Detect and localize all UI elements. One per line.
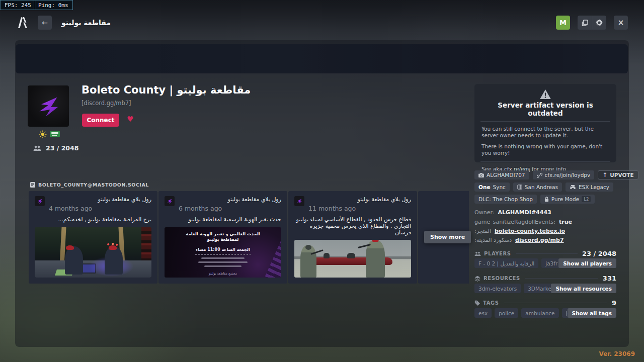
page-title: مقاطعة بوليتو <box>61 19 111 27</box>
account-avatar-button[interactable]: M <box>556 16 570 30</box>
back-button[interactable]: ← <box>38 16 52 30</box>
close-button[interactable]: × <box>614 16 628 30</box>
header-button-group <box>578 16 606 30</box>
players-icon <box>33 145 41 151</box>
changelog-button[interactable] <box>578 16 592 30</box>
feed-source-label: BOLETO_COUNTY@MASTODON.SOCIAL <box>38 182 149 188</box>
discord-line: دسكورد المدينة: discord.gg/mb7 <box>474 237 564 243</box>
framework-label: ESX Legacy <box>579 184 609 190</box>
post-avatar <box>165 196 175 206</box>
link-icon <box>537 172 542 178</box>
store-label: المتجر: <box>474 228 491 234</box>
map-badge: San Andreas <box>513 183 562 192</box>
back-arrow-icon: ← <box>42 19 48 27</box>
poster-headline: الحدث العالمي و تغيير الهوية العامة لمقا… <box>185 231 261 242</box>
fivem-logo-icon <box>18 17 27 28</box>
ping-counter: Ping: 0ms <box>34 0 73 10</box>
onesync-suffix: Sync <box>493 184 506 190</box>
post-author: رول بلاي مقاطعة بوليتو <box>49 196 151 203</box>
resources-chip-row: 3dm-elevators 3DMarket_PoliceStationV4 S… <box>474 284 616 293</box>
post-text: حدث تغير الهوية الرسمية لمقاطعة بوليتو <box>165 216 281 223</box>
locale-flag-icon <box>50 131 60 137</box>
onesync-badge: OneSync <box>474 183 510 192</box>
framework-badge: ESX Legacy <box>566 183 613 192</box>
store-link[interactable]: boleto-county.tebex.io <box>495 228 565 234</box>
post-header: رول بلاي مقاطعة بوليتو 4 months ago <box>35 196 151 213</box>
feed-post[interactable]: رول بلاي مقاطعة بوليتو 11 months ago قطا… <box>288 191 417 284</box>
boost-sun-icon <box>39 130 47 138</box>
changelog-icon <box>582 20 588 26</box>
badge-row-1: ALGHAMDI707 cfx.re/join/loydpv ↑ UPVOTE <box>474 170 638 179</box>
lock-icon <box>544 197 549 202</box>
tag-chip[interactable]: ambulance <box>521 308 558 318</box>
resources-section-header: RESOURCES 331 <box>474 275 616 282</box>
post-image-poster: الحدث العالمي و تغيير الهوية العامة لمقا… <box>165 227 281 278</box>
server-subtitle: [discord.gg/mb7] <box>82 100 131 107</box>
connect-button[interactable]: Connect <box>82 114 119 127</box>
ragdoll-value: true <box>559 219 572 225</box>
settings-button[interactable] <box>592 16 606 30</box>
tags-icon <box>474 300 480 306</box>
post-avatar <box>35 196 45 206</box>
players-section-icon <box>474 251 481 256</box>
join-url-label: cfx.re/join/loydpv <box>545 172 591 178</box>
show-all-players-button[interactable]: Show all players <box>558 258 616 268</box>
players-heading: PLAYERS <box>484 251 511 256</box>
up-arrow-icon: ↑ <box>602 171 607 178</box>
players-count: 23 / 2048 <box>582 250 616 257</box>
discord-link[interactable]: discord.gg/mb7 <box>515 237 564 243</box>
owner-value: ALGHAMDI#4443 <box>498 209 551 216</box>
favorite-heart-icon[interactable]: ♥ <box>127 115 133 124</box>
show-all-resources-button[interactable]: Show all resources <box>551 284 616 293</box>
artifact-warning-panel: Server artifact version is outdated You … <box>474 84 616 162</box>
post-time: 6 months ago <box>179 204 281 213</box>
map-label: San Andreas <box>525 184 558 190</box>
dlc-badge: DLC: The Chop Shop <box>474 195 537 204</box>
tags-heading: TAGS <box>483 300 499 306</box>
upvote-button[interactable]: ↑ UPVOTE <box>598 170 638 179</box>
camera-icon <box>478 173 484 177</box>
fps-counter: FPS: 245 <box>0 0 36 10</box>
upvote-label: UPVOTE <box>610 172 633 178</box>
poster-time: الجمعة الساعة 11:00 مساء <box>196 247 250 252</box>
feed-cards: رول بلاي مقاطعة بوليتو 4 months ago برج … <box>29 191 469 284</box>
owner-badge[interactable]: ALGHAMDI707 <box>474 170 529 179</box>
show-more-button[interactable]: Show more <box>424 231 471 243</box>
post-text: قطاع حرس الحدود , القطاع الأساسي لميناء … <box>294 216 411 236</box>
show-all-tags-button[interactable]: Show all tags <box>568 308 616 318</box>
pure-mode-level: L2 <box>582 196 591 202</box>
ragdoll-line: game_sanitizeRagdollEvents: true <box>474 219 572 225</box>
server-logo-glyph <box>34 92 62 120</box>
dlc-label: DLC: The Chop Shop <box>478 196 533 202</box>
owner-line: Owner: ALGHAMDI#4443 <box>474 209 551 216</box>
tag-chip[interactable]: police <box>495 308 518 318</box>
post-image-beach <box>294 240 411 278</box>
tag-chip[interactable]: esx <box>474 308 492 318</box>
players-chip-row: F - 0 2 | الرقابه والتعديل ja3fr alrubay… <box>474 258 616 268</box>
resource-chip[interactable]: 3dm-elevators <box>474 284 521 293</box>
tags-count: 9 <box>612 299 616 307</box>
post-avatar <box>294 196 304 206</box>
player-chip[interactable]: F - 0 2 | الرقابه والتعديل <box>474 258 538 268</box>
warning-body-2: There is nothing wrong with your game, d… <box>481 143 609 156</box>
resources-heading: RESOURCES <box>484 276 520 281</box>
feed-post[interactable]: رول بلاي مقاطعة بوليتو 4 months ago برج … <box>29 191 157 284</box>
post-time: 4 months ago <box>49 204 151 213</box>
badge-row-2: OneSync San Andreas ESX Legacy <box>474 183 613 192</box>
warning-body-1: You can still connect to the server, but… <box>481 126 609 139</box>
tags-section-header: TAGS 9 <box>474 299 616 307</box>
store-line: المتجر: boleto-county.tebex.io <box>474 228 565 234</box>
feed-doc-icon <box>30 182 35 188</box>
game-version: Ver. 23069 <box>599 350 635 357</box>
pure-mode-label: Pure Mode <box>551 196 579 202</box>
server-banner <box>16 44 628 73</box>
player-count-line: 23 / 2048 <box>33 144 78 152</box>
close-icon: × <box>618 18 624 27</box>
owner-badge-label: ALGHAMDI707 <box>487 172 525 178</box>
join-url-badge[interactable]: cfx.re/join/loydpv <box>533 170 595 179</box>
onesync-prefix: One <box>478 184 491 190</box>
warning-triangle-icon <box>481 89 609 99</box>
post-author: رول بلاي مقاطعة بوليتو <box>308 196 411 203</box>
feed-post[interactable]: رول بلاي مقاطعة بوليتو 6 months ago حدث … <box>158 191 287 284</box>
post-image-watchtower <box>35 227 151 278</box>
